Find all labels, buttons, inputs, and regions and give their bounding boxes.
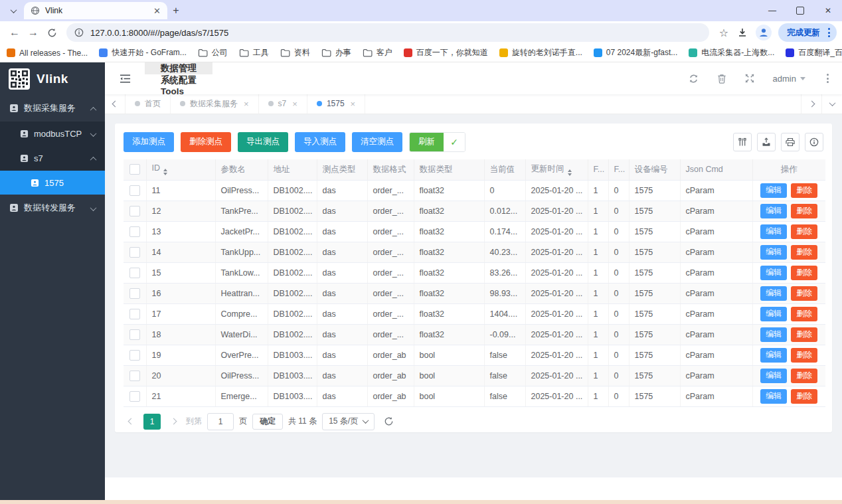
delete-button[interactable]: 删除	[791, 348, 817, 363]
refresh-button[interactable]: 刷新	[410, 133, 444, 151]
bookmark-item[interactable]: 07 2024最新-gfast...	[594, 47, 677, 58]
bookmark-item[interactable]: 旋转的老刘诺手直...	[499, 47, 582, 58]
tab-close-icon[interactable]: ×	[292, 99, 297, 109]
sort-icon[interactable]	[163, 169, 167, 175]
delete-button[interactable]: 删除	[791, 224, 817, 239]
toolbar-button[interactable]: 清空测点	[352, 132, 402, 152]
toolbar-button[interactable]: 导入测点	[295, 132, 345, 152]
sidebar-item-1575[interactable]: 1575	[0, 171, 105, 195]
downloads-icon[interactable]	[733, 23, 752, 42]
edit-button[interactable]: 编辑	[760, 286, 787, 301]
more-icon[interactable]	[824, 74, 831, 83]
browser-tab[interactable]: Vlink ✕	[24, 2, 167, 19]
back-icon[interactable]: ←	[5, 23, 24, 42]
tab-close-icon[interactable]: ×	[244, 99, 249, 109]
export-icon[interactable]	[757, 133, 776, 151]
row-checkbox[interactable]	[129, 247, 140, 258]
page-tab[interactable]: 1575 ×	[307, 94, 365, 114]
row-checkbox[interactable]	[129, 206, 140, 216]
minimize-button[interactable]: —	[758, 1, 786, 21]
edit-button[interactable]: 编辑	[760, 327, 787, 342]
new-tab-button[interactable]: +	[167, 2, 185, 19]
delete-button[interactable]: 删除	[791, 266, 817, 280]
tabs-menu-icon[interactable]	[821, 94, 842, 114]
top-nav-item[interactable]: Tools	[145, 86, 212, 96]
row-checkbox[interactable]	[129, 391, 140, 402]
bookmark-item[interactable]: 办事	[321, 47, 351, 58]
profile-avatar[interactable]	[756, 25, 772, 41]
row-checkbox[interactable]	[129, 309, 140, 319]
row-checkbox[interactable]	[129, 350, 140, 361]
bookmark-item[interactable]: 百度一下，你就知道	[404, 47, 488, 58]
sort-icon[interactable]	[568, 169, 572, 176]
row-checkbox[interactable]	[129, 371, 140, 381]
edit-button[interactable]: 编辑	[760, 389, 787, 404]
page-tab[interactable]: s7 ×	[259, 94, 307, 114]
print-icon[interactable]	[781, 133, 800, 151]
row-checkbox[interactable]	[129, 185, 140, 196]
top-nav-item[interactable]: 数据管理	[145, 62, 212, 74]
bookmark-item[interactable]: 资料	[280, 47, 310, 58]
delete-button[interactable]: 删除	[791, 389, 817, 404]
trash-icon[interactable]	[717, 74, 726, 84]
delete-button[interactable]: 删除	[791, 369, 817, 383]
sidebar-item-s7[interactable]: s7	[0, 146, 105, 171]
info-icon[interactable]	[805, 133, 823, 151]
goto-confirm-button[interactable]: 确定	[252, 414, 283, 430]
browser-menu-icon[interactable]	[825, 28, 833, 37]
edit-button[interactable]: 编辑	[760, 266, 787, 280]
bookmark-item[interactable]: 公司	[198, 47, 228, 58]
delete-button[interactable]: 删除	[791, 327, 817, 342]
edit-button[interactable]: 编辑	[760, 224, 787, 239]
page-tab[interactable]: 数据采集服务 ×	[171, 94, 259, 114]
reload-icon[interactable]	[42, 23, 61, 42]
chrome-update-button[interactable]: 完成更新	[778, 23, 837, 42]
current-page[interactable]: 1	[143, 414, 161, 430]
tabs-scroll-right-icon[interactable]	[801, 94, 821, 114]
bookmark-item[interactable]: 百度翻译_百度搜索	[786, 47, 842, 58]
prev-page-icon[interactable]	[124, 414, 138, 430]
column-display-icon[interactable]	[733, 133, 752, 151]
edit-button[interactable]: 编辑	[760, 204, 787, 218]
delete-button[interactable]: 删除	[791, 204, 817, 218]
menu-fold-icon[interactable]	[105, 62, 145, 94]
edit-button[interactable]: 编辑	[760, 369, 787, 383]
edit-button[interactable]: 编辑	[760, 348, 787, 363]
user-menu[interactable]: admin	[773, 74, 805, 84]
sidebar-item-modbustcp[interactable]: modbusTCP	[0, 122, 105, 146]
bookmark-star-icon[interactable]: ☆	[715, 23, 733, 42]
tab-search-icon[interactable]	[5, 3, 21, 19]
column-header[interactable]: ID	[146, 159, 215, 181]
delete-button[interactable]: 删除	[791, 286, 817, 301]
tabs-scroll-left-icon[interactable]	[105, 94, 126, 114]
sidebar-item-das[interactable]: 数据采集服务	[0, 95, 105, 122]
url-bar[interactable]: 127.0.0.1:8000/#//page/das/s7/1575	[66, 23, 709, 42]
row-checkbox[interactable]	[129, 329, 140, 340]
bookmark-item[interactable]: 电流采集器-上海数...	[689, 47, 774, 58]
toolbar-button[interactable]: 导出测点	[238, 132, 288, 152]
forward-icon[interactable]: →	[24, 23, 42, 42]
bookmark-item[interactable]: 客户	[363, 47, 392, 58]
select-all-checkbox[interactable]	[129, 164, 140, 175]
bookmark-item[interactable]: 快速开始 - GoFram...	[99, 47, 187, 58]
maximize-button[interactable]	[786, 1, 814, 21]
edit-button[interactable]: 编辑	[760, 183, 787, 198]
fullscreen-icon[interactable]	[745, 74, 754, 83]
next-page-icon[interactable]	[166, 414, 181, 430]
site-info-icon[interactable]	[74, 28, 84, 37]
toolbar-button[interactable]: 删除测点	[181, 132, 231, 152]
row-checkbox[interactable]	[129, 288, 140, 299]
edit-button[interactable]: 编辑	[760, 307, 787, 321]
tab-close-icon[interactable]: ×	[351, 99, 356, 109]
top-nav-item[interactable]: 系统配置	[145, 74, 212, 86]
delete-button[interactable]: 删除	[791, 183, 817, 198]
edit-button[interactable]: 编辑	[760, 245, 787, 260]
column-header[interactable]: 更新时间	[525, 159, 588, 181]
table-refresh-icon[interactable]	[384, 416, 394, 426]
bookmark-item[interactable]: 工具	[239, 47, 269, 58]
page-tab[interactable]: 首页	[126, 94, 171, 114]
row-checkbox[interactable]	[129, 226, 140, 237]
refresh-icon[interactable]	[689, 74, 699, 84]
bookmark-item[interactable]: All releases - The...	[7, 48, 88, 58]
page-size-select[interactable]: 15 条/页	[322, 413, 375, 430]
